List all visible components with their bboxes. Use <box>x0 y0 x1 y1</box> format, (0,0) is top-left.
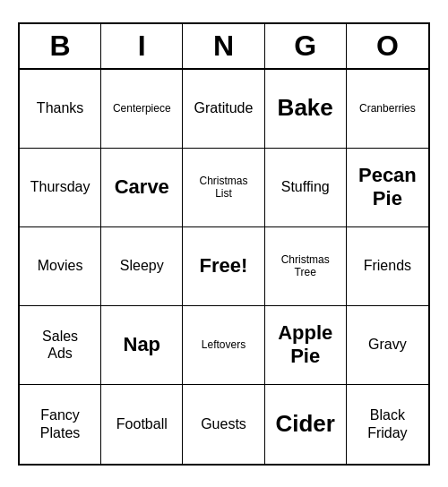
cell-text: Carve <box>115 175 169 199</box>
cell-text: Christmas Tree <box>281 253 330 279</box>
cell-text: Stuffing <box>281 178 330 195</box>
bingo-cell[interactable]: Free! <box>183 227 264 306</box>
bingo-card: BINGO ThanksCenterpieceGratitudeBakeCran… <box>18 22 430 466</box>
cell-text: Friends <box>364 257 411 274</box>
header-letter: I <box>101 24 183 68</box>
header-letter: B <box>20 24 101 68</box>
bingo-cell[interactable]: Fancy Plates <box>20 385 101 464</box>
bingo-cell[interactable]: Nap <box>101 306 183 385</box>
cell-text: Guests <box>201 415 246 432</box>
bingo-cell[interactable]: Black Friday <box>347 385 428 464</box>
bingo-cell[interactable]: Carve <box>101 149 183 227</box>
bingo-cell[interactable]: Pecan Pie <box>347 149 428 227</box>
bingo-cell[interactable]: Bake <box>265 70 347 149</box>
cell-text: Cider <box>275 410 334 438</box>
bingo-cell[interactable]: Football <box>101 385 183 464</box>
cell-text: Bake <box>278 94 333 122</box>
cell-text: Movies <box>38 257 83 274</box>
cell-text: Centerpiece <box>113 102 171 115</box>
cell-text: Gravy <box>368 336 407 353</box>
bingo-cell[interactable]: Movies <box>20 227 101 306</box>
header-letter: G <box>265 24 347 68</box>
bingo-cell[interactable]: Christmas Tree <box>265 227 347 306</box>
bingo-cell[interactable]: Friends <box>347 227 428 306</box>
bingo-cell[interactable]: Sleepy <box>101 227 183 306</box>
cell-text: Black Friday <box>367 406 407 440</box>
cell-text: Free! <box>200 254 248 278</box>
header-letter: O <box>347 24 428 68</box>
cell-text: Thanks <box>37 99 83 116</box>
cell-text: Apple Pie <box>278 321 332 369</box>
cell-text: Thursday <box>30 178 90 195</box>
cell-text: Christmas List <box>199 175 247 201</box>
bingo-cell[interactable]: Sales Ads <box>20 306 101 385</box>
bingo-cell[interactable]: Cranberries <box>347 70 428 149</box>
cell-text: Gratitude <box>194 99 254 116</box>
cell-text: Sleepy <box>120 257 164 274</box>
cell-text: Cranberries <box>359 102 416 115</box>
bingo-cell[interactable]: Gratitude <box>183 70 264 149</box>
header-letter: N <box>183 24 264 68</box>
bingo-cell[interactable]: Stuffing <box>265 149 347 227</box>
bingo-cell[interactable]: Thursday <box>20 149 101 227</box>
bingo-cell[interactable]: Apple Pie <box>265 306 347 385</box>
bingo-cell[interactable]: Cider <box>265 385 347 464</box>
bingo-cell[interactable]: Centerpiece <box>101 70 183 149</box>
cell-text: Leftovers <box>202 338 246 351</box>
bingo-cell[interactable]: Guests <box>183 385 264 464</box>
bingo-cell[interactable]: Leftovers <box>183 306 264 385</box>
bingo-header: BINGO <box>20 24 428 70</box>
cell-text: Football <box>116 415 168 432</box>
bingo-cell[interactable]: Christmas List <box>183 149 264 227</box>
cell-text: Nap <box>124 333 161 356</box>
cell-text: Sales Ads <box>42 328 78 362</box>
cell-text: Fancy Plates <box>40 406 80 440</box>
cell-text: Pecan Pie <box>358 164 417 211</box>
bingo-cell[interactable]: Gravy <box>347 306 428 385</box>
bingo-cell[interactable]: Thanks <box>20 70 101 149</box>
bingo-grid: ThanksCenterpieceGratitudeBakeCranberrie… <box>20 70 428 464</box>
